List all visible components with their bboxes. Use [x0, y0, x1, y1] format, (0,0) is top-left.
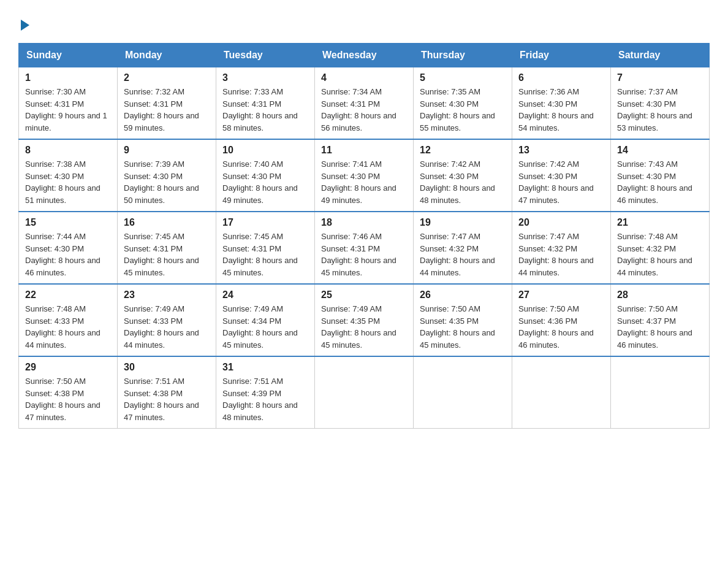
day-info: Sunrise: 7:34 AMSunset: 4:31 PMDaylight:…	[321, 87, 396, 132]
day-number: 5	[420, 72, 506, 83]
day-number: 23	[124, 289, 210, 301]
day-number: 16	[124, 217, 210, 228]
day-number: 3	[222, 72, 308, 83]
calendar-cell: 22 Sunrise: 7:48 AMSunset: 4:33 PMDaylig…	[19, 284, 118, 356]
day-number: 9	[124, 145, 210, 156]
calendar-cell: 13 Sunrise: 7:42 AMSunset: 4:30 PMDaylig…	[512, 139, 611, 212]
calendar-cell: 11 Sunrise: 7:41 AMSunset: 4:30 PMDaylig…	[315, 139, 414, 212]
page-header	[18, 12, 710, 31]
calendar-week-row: 8 Sunrise: 7:38 AMSunset: 4:30 PMDayligh…	[19, 139, 710, 212]
calendar-cell: 7 Sunrise: 7:37 AMSunset: 4:30 PMDayligh…	[611, 67, 710, 140]
day-info: Sunrise: 7:51 AMSunset: 4:38 PMDaylight:…	[124, 377, 199, 422]
day-info: Sunrise: 7:42 AMSunset: 4:30 PMDaylight:…	[420, 159, 495, 205]
day-number: 15	[25, 217, 111, 228]
calendar-week-row: 29 Sunrise: 7:50 AMSunset: 4:38 PMDaylig…	[19, 356, 710, 429]
day-number: 28	[617, 289, 703, 301]
day-number: 2	[124, 72, 210, 83]
calendar-cell: 30 Sunrise: 7:51 AMSunset: 4:38 PMDaylig…	[118, 356, 216, 429]
day-number: 20	[518, 217, 604, 228]
day-info: Sunrise: 7:40 AMSunset: 4:30 PMDaylight:…	[222, 159, 298, 205]
calendar-cell: 27 Sunrise: 7:50 AMSunset: 4:36 PMDaylig…	[512, 284, 611, 356]
calendar-cell	[414, 356, 512, 429]
day-number: 4	[321, 72, 407, 83]
day-info: Sunrise: 7:45 AMSunset: 4:31 PMDaylight:…	[124, 232, 199, 277]
day-number: 24	[222, 289, 308, 301]
calendar-body: 1 Sunrise: 7:30 AMSunset: 4:31 PMDayligh…	[19, 67, 710, 429]
calendar-cell: 18 Sunrise: 7:46 AMSunset: 4:31 PMDaylig…	[315, 212, 414, 284]
day-info: Sunrise: 7:37 AMSunset: 4:30 PMDaylight:…	[617, 87, 692, 132]
day-number: 12	[420, 145, 506, 156]
day-number: 30	[124, 362, 210, 373]
day-header-sunday: Sunday	[19, 44, 118, 67]
day-info: Sunrise: 7:44 AMSunset: 4:30 PMDaylight:…	[25, 232, 100, 277]
calendar-week-row: 22 Sunrise: 7:48 AMSunset: 4:33 PMDaylig…	[19, 284, 710, 356]
day-info: Sunrise: 7:48 AMSunset: 4:33 PMDaylight:…	[25, 304, 100, 350]
calendar-cell	[512, 356, 611, 429]
day-header-tuesday: Tuesday	[216, 44, 315, 67]
day-info: Sunrise: 7:50 AMSunset: 4:36 PMDaylight:…	[518, 304, 594, 350]
logo	[18, 18, 29, 31]
calendar-cell: 21 Sunrise: 7:48 AMSunset: 4:32 PMDaylig…	[611, 212, 710, 284]
day-info: Sunrise: 7:47 AMSunset: 4:32 PMDaylight:…	[518, 232, 594, 277]
day-info: Sunrise: 7:49 AMSunset: 4:35 PMDaylight:…	[321, 304, 396, 350]
day-info: Sunrise: 7:39 AMSunset: 4:30 PMDaylight:…	[124, 159, 199, 205]
calendar-cell: 10 Sunrise: 7:40 AMSunset: 4:30 PMDaylig…	[216, 139, 315, 212]
calendar-cell: 29 Sunrise: 7:50 AMSunset: 4:38 PMDaylig…	[19, 356, 118, 429]
day-info: Sunrise: 7:46 AMSunset: 4:31 PMDaylight:…	[321, 232, 396, 277]
calendar-week-row: 1 Sunrise: 7:30 AMSunset: 4:31 PMDayligh…	[19, 67, 710, 140]
day-number: 10	[222, 145, 308, 156]
calendar-cell: 26 Sunrise: 7:50 AMSunset: 4:35 PMDaylig…	[414, 284, 512, 356]
day-info: Sunrise: 7:33 AMSunset: 4:31 PMDaylight:…	[222, 87, 298, 132]
day-number: 17	[222, 217, 308, 228]
day-number: 7	[617, 72, 703, 83]
day-number: 11	[321, 145, 407, 156]
day-info: Sunrise: 7:42 AMSunset: 4:30 PMDaylight:…	[518, 159, 594, 205]
day-info: Sunrise: 7:49 AMSunset: 4:33 PMDaylight:…	[124, 304, 199, 350]
day-number: 31	[222, 362, 308, 373]
day-number: 27	[518, 289, 604, 301]
day-header-saturday: Saturday	[611, 44, 710, 67]
day-number: 25	[321, 289, 407, 301]
day-header-thursday: Thursday	[414, 44, 512, 67]
day-number: 21	[617, 217, 703, 228]
calendar-cell: 19 Sunrise: 7:47 AMSunset: 4:32 PMDaylig…	[414, 212, 512, 284]
calendar-cell: 28 Sunrise: 7:50 AMSunset: 4:37 PMDaylig…	[611, 284, 710, 356]
day-info: Sunrise: 7:41 AMSunset: 4:30 PMDaylight:…	[321, 159, 396, 205]
calendar-cell: 16 Sunrise: 7:45 AMSunset: 4:31 PMDaylig…	[118, 212, 216, 284]
calendar-table: SundayMondayTuesdayWednesdayThursdayFrid…	[18, 43, 710, 429]
calendar-header-row: SundayMondayTuesdayWednesdayThursdayFrid…	[19, 44, 710, 67]
calendar-cell: 23 Sunrise: 7:49 AMSunset: 4:33 PMDaylig…	[118, 284, 216, 356]
day-number: 22	[25, 289, 111, 301]
day-number: 18	[321, 217, 407, 228]
calendar-cell: 31 Sunrise: 7:51 AMSunset: 4:39 PMDaylig…	[216, 356, 315, 429]
calendar-cell: 3 Sunrise: 7:33 AMSunset: 4:31 PMDayligh…	[216, 67, 315, 140]
calendar-cell: 2 Sunrise: 7:32 AMSunset: 4:31 PMDayligh…	[118, 67, 216, 140]
logo-arrow-icon	[21, 20, 29, 31]
day-info: Sunrise: 7:50 AMSunset: 4:38 PMDaylight:…	[25, 377, 100, 422]
day-info: Sunrise: 7:38 AMSunset: 4:30 PMDaylight:…	[25, 159, 100, 205]
calendar-cell: 9 Sunrise: 7:39 AMSunset: 4:30 PMDayligh…	[118, 139, 216, 212]
calendar-cell	[315, 356, 414, 429]
calendar-cell: 1 Sunrise: 7:30 AMSunset: 4:31 PMDayligh…	[19, 67, 118, 140]
day-info: Sunrise: 7:50 AMSunset: 4:37 PMDaylight:…	[617, 304, 692, 350]
logo-blue-text	[18, 18, 29, 31]
calendar-cell: 8 Sunrise: 7:38 AMSunset: 4:30 PMDayligh…	[19, 139, 118, 212]
day-header-monday: Monday	[118, 44, 216, 67]
calendar-cell: 6 Sunrise: 7:36 AMSunset: 4:30 PMDayligh…	[512, 67, 611, 140]
day-number: 14	[617, 145, 703, 156]
day-number: 6	[518, 72, 604, 83]
calendar-cell: 20 Sunrise: 7:47 AMSunset: 4:32 PMDaylig…	[512, 212, 611, 284]
day-info: Sunrise: 7:51 AMSunset: 4:39 PMDaylight:…	[222, 377, 298, 422]
day-number: 26	[420, 289, 506, 301]
calendar-cell: 25 Sunrise: 7:49 AMSunset: 4:35 PMDaylig…	[315, 284, 414, 356]
calendar-cell: 12 Sunrise: 7:42 AMSunset: 4:30 PMDaylig…	[414, 139, 512, 212]
calendar-cell: 4 Sunrise: 7:34 AMSunset: 4:31 PMDayligh…	[315, 67, 414, 140]
calendar-cell: 17 Sunrise: 7:45 AMSunset: 4:31 PMDaylig…	[216, 212, 315, 284]
calendar-cell: 14 Sunrise: 7:43 AMSunset: 4:30 PMDaylig…	[611, 139, 710, 212]
day-info: Sunrise: 7:36 AMSunset: 4:30 PMDaylight:…	[518, 87, 594, 132]
day-number: 29	[25, 362, 111, 373]
day-info: Sunrise: 7:30 AMSunset: 4:31 PMDaylight:…	[25, 87, 107, 132]
calendar-cell	[611, 356, 710, 429]
day-header-friday: Friday	[512, 44, 611, 67]
calendar-cell: 15 Sunrise: 7:44 AMSunset: 4:30 PMDaylig…	[19, 212, 118, 284]
